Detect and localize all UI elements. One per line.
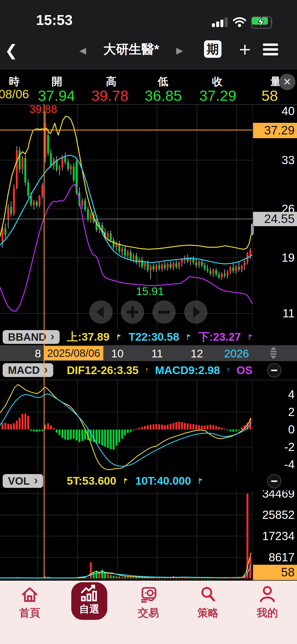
month-label-10: 10 <box>111 347 124 360</box>
zoom-in-button[interactable] <box>121 300 144 324</box>
col-header-time: 時 <box>9 74 20 89</box>
bband-indicator-row: BBAND › 上:37.89 T22:30.58 下:23.27 <box>0 329 297 345</box>
col-header-high: 高 <box>106 74 117 89</box>
stock-chart-app: 15:53 ❮ ◀ 大研生醫* ▶ 期 ＋ <box>0 0 297 644</box>
macd-chart[interactable]: 420-2-4 <box>0 380 297 471</box>
flag-icon <box>117 334 121 340</box>
volume-chart[interactable]: 344692585217234861758 <box>0 490 297 581</box>
price-axis-label: 33 <box>282 154 295 167</box>
macd-axis-label: 0 <box>288 423 295 436</box>
next-stock-icon[interactable]: ▶ <box>174 45 185 56</box>
quote-low: 36.85 <box>145 87 182 104</box>
svg-text:58: 58 <box>281 565 295 579</box>
nav-bar: ❮ ◀ 大研生醫* ▶ 期 ＋ <box>0 32 297 69</box>
pan-right-button[interactable] <box>184 300 207 324</box>
macd-axis-label: 4 <box>288 388 295 401</box>
add-button[interactable]: ＋ <box>235 37 254 60</box>
page-title: 大研生醫* <box>90 41 172 58</box>
collapse-macd-button[interactable] <box>267 363 281 378</box>
crosshair-vertical-line <box>44 104 45 579</box>
quote-bar: 時 開 高 低 收 量 08/06 37.94 39.78 36.85 37.2… <box>0 69 297 105</box>
bband-values: 上:37.89 T22:30.58 下:23.27 <box>67 329 252 345</box>
candles <box>2 112 251 280</box>
vol-button[interactable]: VOL › <box>3 474 43 488</box>
col-header-low: 低 <box>158 74 168 89</box>
vol-axis-label: 34469 <box>262 490 295 500</box>
macd-axis-label: 2 <box>288 405 295 418</box>
col-header-close: 收 <box>212 74 223 89</box>
home-icon <box>20 585 39 604</box>
flag-icon <box>147 367 148 373</box>
macd-axis-label: -4 <box>284 458 295 471</box>
quote-close: 37.29 <box>199 87 236 104</box>
main-price-chart[interactable]: 39.8815.91403326191137.2924.55 <box>0 104 297 329</box>
flag-icon <box>228 367 229 373</box>
person-icon <box>258 585 277 604</box>
year-label-2026: 2026 <box>224 347 249 360</box>
pan-left-button[interactable] <box>89 300 113 324</box>
watchlist-chart-icon <box>79 584 99 602</box>
macd-osc-value: OS <box>236 364 252 377</box>
flag-icon <box>124 478 128 484</box>
bband-lower-value: 下:23.27 <box>198 330 241 344</box>
status-bar: 15:53 <box>0 0 297 32</box>
collapse-vol-button[interactable] <box>267 474 281 488</box>
zoom-out-button[interactable] <box>152 300 176 324</box>
bband-button[interactable]: BBAND › <box>3 330 60 344</box>
month-label-11: 11 <box>151 347 163 360</box>
col-header-open: 開 <box>52 74 62 89</box>
month-label-12: 12 <box>191 347 203 360</box>
time-axis: 8 2025/08/06 10 11 12 2026 <box>0 345 297 361</box>
macd-button[interactable]: MACD › <box>3 363 53 377</box>
axis-expand-icon[interactable] <box>268 347 279 360</box>
chevron-right-icon: › <box>44 363 48 376</box>
tab-home[interactable]: 首頁 <box>6 581 54 628</box>
trade-icon <box>139 585 158 604</box>
svg-text:24.55: 24.55 <box>264 212 295 226</box>
flag-icon <box>249 334 252 340</box>
macd-histogram <box>2 414 251 450</box>
tab-bar: 首頁 自選 交易 <box>0 581 297 644</box>
vol-values: 5T:53.600 10T:40.000 <box>67 471 252 490</box>
month-label-8: 8 <box>35 347 41 360</box>
crosshair-horizontal-line <box>0 130 252 130</box>
chevron-right-icon: › <box>50 330 54 343</box>
bband-middle-value: T22:30.58 <box>128 331 179 343</box>
price-axis-label: 40 <box>282 104 295 117</box>
tab-trade[interactable]: 交易 <box>125 581 172 628</box>
price-axis-label: 11 <box>282 307 295 320</box>
battery-charging-icon <box>251 16 273 27</box>
quote-open: 37.94 <box>38 87 75 104</box>
right-triangle-icon <box>193 306 201 318</box>
selected-date-badge: 2025/08/06 <box>44 346 103 360</box>
close-icon[interactable]: ✕ <box>279 74 295 90</box>
vol-axis-label: 25852 <box>262 508 295 521</box>
vol-ma10-value: 10T:40.000 <box>135 475 191 487</box>
chevron-right-icon: › <box>34 474 38 487</box>
macd-values: DIF12-26:3.35 MACD9:2.98 OS <box>67 361 252 380</box>
tab-strategy[interactable]: 策略 <box>184 581 232 628</box>
flag-icon <box>199 478 203 484</box>
vol-grid <box>0 490 252 580</box>
back-icon[interactable]: ❮ <box>5 40 21 61</box>
price-axis-label: 19 <box>282 251 295 264</box>
low-price-label: 15.91 <box>136 285 164 297</box>
futures-button[interactable]: 期 <box>204 40 221 58</box>
menu-icon[interactable] <box>263 43 278 56</box>
minus-icon <box>158 311 170 314</box>
chart-scroll-thumb[interactable] <box>251 224 254 235</box>
high-price-label: 39.88 <box>29 104 57 115</box>
clock: 15:53 <box>26 12 82 28</box>
vol-axis-label: 17234 <box>262 529 295 542</box>
tab-profile[interactable]: 我的 <box>243 581 291 628</box>
vol-ma5-value: 5T:53.600 <box>67 475 116 487</box>
prev-stock-icon[interactable]: ◀ <box>77 45 88 56</box>
vol-axis-label: 8617 <box>269 551 295 564</box>
flag-icon <box>187 334 191 340</box>
svg-text:37.29: 37.29 <box>264 123 295 137</box>
quote-volume: 58 <box>261 87 278 104</box>
tab-watchlist-selected[interactable]: 自選 <box>71 582 107 620</box>
macd-axis-label: -2 <box>284 440 295 453</box>
quote-high: 39.78 <box>91 87 128 104</box>
macd-dif-value: DIF12-26:3.35 <box>67 364 139 377</box>
